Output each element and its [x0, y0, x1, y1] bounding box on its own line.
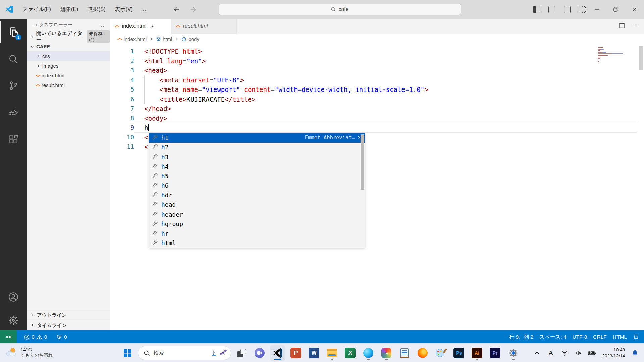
breadcrumb-item-html[interactable]: html	[156, 36, 172, 42]
taskbar-powerpoint-button[interactable]: P	[288, 345, 304, 361]
suggest-item-hr[interactable]: hr	[149, 229, 365, 238]
menu-file[interactable]: ファイル(F)	[18, 4, 55, 15]
search-activity-button[interactable]	[0, 48, 27, 70]
command-center-search[interactable]: cafe	[219, 4, 461, 15]
menu-more-button[interactable]: …	[137, 4, 151, 14]
taskbar-edge-button[interactable]	[361, 345, 376, 361]
taskbar-photoshop-button[interactable]: Ps	[451, 345, 467, 361]
taskbar-notepad-button[interactable]	[397, 345, 412, 361]
menu-view[interactable]: 表示(V)	[111, 4, 137, 15]
suggest-item-h5[interactable]: h5	[149, 171, 365, 181]
ime-mode-indicator[interactable]: A	[545, 346, 556, 360]
taskbar-settings-button[interactable]	[505, 345, 521, 361]
chevron-right-icon	[36, 54, 41, 59]
file-row-index-html[interactable]: <>index.html	[27, 71, 110, 80]
task-view-button[interactable]	[234, 345, 249, 361]
taskbar-paint-button[interactable]	[433, 345, 448, 361]
suggest-item-header[interactable]: header	[149, 209, 365, 219]
timeline-section[interactable]: タイムライン	[27, 320, 110, 330]
suggest-item-h2[interactable]: h2	[149, 143, 365, 153]
suggest-item-hgroup[interactable]: hgroup	[149, 219, 365, 229]
taskbar-illustrator-button[interactable]: Ai	[469, 345, 485, 361]
file-row-css[interactable]: css	[27, 51, 110, 61]
suggest-scrollbar[interactable]	[361, 134, 364, 190]
encoding-status[interactable]: UTF-8	[569, 330, 590, 343]
notifications-bell-button[interactable]	[630, 330, 644, 343]
notification-bell-button[interactable]	[629, 346, 641, 360]
file-row-images[interactable]: images	[27, 61, 110, 71]
battery-charging-icon[interactable]	[586, 346, 598, 360]
toggle-panel-button[interactable]	[548, 6, 555, 13]
explorer-more-button[interactable]: …	[97, 21, 107, 29]
code-text: <meta name="viewport" content="width=dev…	[134, 85, 644, 95]
toggle-secondary-sidebar-button[interactable]	[564, 6, 571, 13]
ports-status[interactable]: 0	[53, 330, 70, 343]
start-button[interactable]	[120, 345, 135, 361]
menu-selection[interactable]: 選択(S)	[84, 4, 109, 15]
volume-muted-icon[interactable]	[573, 346, 584, 360]
taskbar-premiere-button[interactable]: Pr	[487, 345, 503, 361]
close-button[interactable]	[625, 0, 644, 19]
suggest-item-html[interactable]: html	[149, 238, 365, 248]
explorer-activity-button[interactable]: 1	[0, 21, 27, 43]
tab-result-html[interactable]: <>result.html	[171, 19, 237, 34]
file-row-result-html[interactable]: <>result.html	[27, 80, 110, 90]
toggle-sidebar-button[interactable]	[533, 6, 540, 13]
suggest-item-h1[interactable]: h1Emmet Abbreviat…	[149, 133, 365, 143]
modified-dot[interactable]: ●	[151, 24, 154, 29]
html-file-icon: <>	[36, 83, 40, 88]
code-line-7: 7</head>	[110, 104, 644, 114]
chat-button[interactable]	[252, 345, 267, 361]
suggest-item-hdr[interactable]: hdr	[149, 190, 365, 200]
tray-expand-button[interactable]	[531, 346, 543, 360]
taskbar-search[interactable]: 検索	[138, 346, 231, 360]
taskbar-creative-cloud-button[interactable]: ∞	[379, 345, 394, 361]
extensions-activity-button[interactable]	[0, 129, 27, 150]
task-view-icon	[237, 349, 246, 357]
restore-button[interactable]	[606, 0, 625, 19]
line-number: 10	[110, 133, 134, 142]
menu-edit[interactable]: 編集(E)	[56, 4, 82, 15]
indentation-status[interactable]: スペース: 4	[536, 330, 569, 343]
back-button[interactable]	[173, 6, 180, 13]
editor-more-button[interactable]: ···	[631, 23, 639, 29]
taskbar-file-explorer-button[interactable]	[324, 345, 340, 361]
minimize-button[interactable]	[588, 0, 606, 19]
split-editor-button[interactable]	[619, 22, 625, 30]
suggest-label: head	[161, 201, 176, 208]
breadcrumb-item-index-html[interactable]: <>index.html	[117, 36, 147, 42]
editor-scrollbar[interactable]	[639, 46, 643, 70]
breadcrumb-item-body[interactable]: body	[181, 36, 199, 42]
suggest-item-head[interactable]: head	[149, 200, 365, 210]
taskbar-firefox-button[interactable]	[415, 345, 430, 361]
menubar: ファイル(F)編集(E)選択(S)表示(V)	[18, 4, 137, 15]
active-indicator	[274, 359, 281, 360]
suggest-item-h3[interactable]: h3	[149, 152, 365, 162]
open-editors-section[interactable]: 開いているエディター 未保存 (1)	[27, 32, 110, 41]
weather-widget[interactable]: 14°C くもりのち晴れ	[5, 346, 53, 359]
accounts-button[interactable]	[0, 286, 27, 308]
root-folder-row[interactable]: CAFE	[27, 42, 110, 51]
suggest-item-h6[interactable]: h6	[149, 181, 365, 191]
outline-section[interactable]: アウトライン	[27, 310, 110, 320]
clock[interactable]: 10:48 2023/12/14	[600, 347, 627, 359]
code-editor[interactable]: 1<!DOCTYPE html>2<html lang="en">3<head>…	[110, 44, 644, 330]
run-debug-activity-button[interactable]	[0, 102, 27, 123]
customize-layout-button[interactable]	[579, 6, 586, 13]
suggest-item-h4[interactable]: h4	[149, 162, 365, 172]
cursor-position-status[interactable]: 行 9、列 2	[506, 330, 536, 343]
settings-gear-button[interactable]	[0, 310, 27, 331]
forward-button[interactable]	[189, 6, 197, 13]
taskbar-excel-button[interactable]: X	[342, 345, 358, 361]
problems-status[interactable]: 0 0	[21, 330, 50, 343]
taskbar-vscode-button[interactable]	[270, 345, 285, 361]
source-control-activity-button[interactable]	[0, 75, 27, 97]
wifi-icon[interactable]	[559, 346, 570, 360]
minimap[interactable]	[598, 47, 626, 64]
eol-status[interactable]: CRLF	[590, 330, 609, 343]
taskbar-word-button[interactable]: W	[306, 345, 322, 361]
tab-index-html[interactable]: <>index.html●	[110, 19, 171, 34]
language-mode-status[interactable]: HTML	[610, 330, 630, 343]
remote-indicator[interactable]: ><	[0, 330, 17, 343]
code-line-9: 9h	[110, 123, 644, 133]
